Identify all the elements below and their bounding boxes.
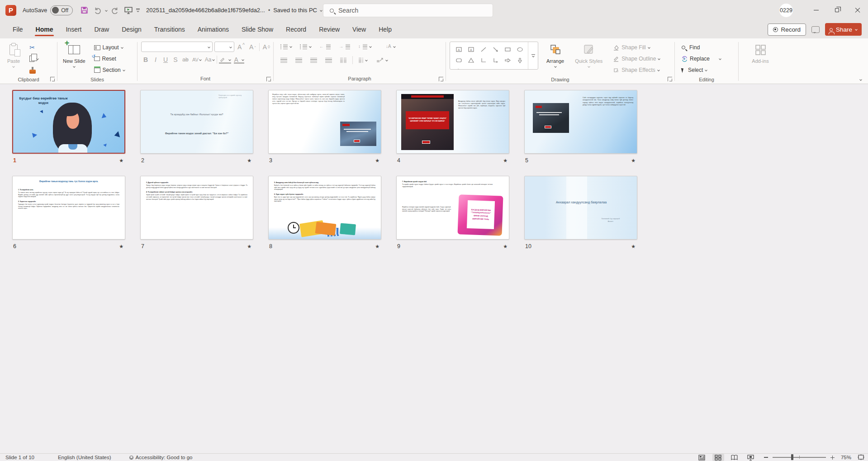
zoom-in-button[interactable]	[830, 456, 835, 460]
shapes-gallery[interactable]: A A	[450, 42, 538, 70]
character-spacing-button[interactable]: AV	[191, 55, 203, 65]
slide-thumbnail-10[interactable]: Анхаарал хандуулсанд баярлалааБоломжийг …	[524, 176, 637, 240]
justify-button[interactable]	[323, 55, 334, 65]
addins-button[interactable]: Add-ins	[749, 42, 771, 65]
slide-sorter-view-button[interactable]	[712, 454, 724, 461]
font-name-combo[interactable]	[141, 42, 213, 52]
highlight-color-button[interactable]	[218, 55, 232, 65]
tab-insert[interactable]: Insert	[59, 20, 88, 38]
new-slide-button[interactable]: New Slide	[60, 42, 88, 68]
text-direction-button[interactable]: ↓A	[384, 42, 398, 52]
share-button[interactable]: Share	[825, 23, 862, 36]
shape-fill-button[interactable]: Shape Fill	[611, 42, 662, 52]
slide-thumbnail-7[interactable]: 3. Дуртай зүйлсээ тодорхойл.Хүмүүс бид б…	[140, 176, 253, 240]
tab-draw[interactable]: Draw	[88, 20, 115, 38]
tab-help[interactable]: Help	[372, 20, 398, 38]
powerpoint-logo-icon[interactable]: P	[5, 5, 16, 16]
slide-sorter-canvas[interactable]: Бусдыг биш өөрийгөө таньж мэдэх1★Хооронд…	[0, 84, 868, 453]
italic-button[interactable]: I	[151, 55, 160, 65]
underline-button[interactable]: U	[161, 55, 170, 65]
comments-icon[interactable]	[811, 26, 820, 33]
start-slideshow-button[interactable]	[123, 5, 134, 16]
bullets-button[interactable]	[278, 42, 294, 52]
search-input[interactable]: Search	[323, 4, 493, 17]
font-color-button[interactable]: A	[233, 55, 245, 65]
numbering-button[interactable]	[298, 42, 313, 52]
select-button[interactable]: Select	[679, 65, 723, 75]
tab-transitions[interactable]: Transitions	[148, 20, 191, 38]
increase-indent-button[interactable]: →	[337, 42, 352, 52]
undo-dropdown-icon[interactable]	[105, 9, 108, 12]
zoom-out-button[interactable]	[764, 457, 768, 457]
slide-thumbnail-4[interactable]: ЧИ ӨӨРӨӨСӨӨ ЯМАР ТӨЛӨВ ЧАНАР, ОНЦЛОГ ШИН…	[396, 90, 509, 154]
undo-button[interactable]	[92, 5, 104, 16]
close-button[interactable]	[847, 0, 868, 20]
slide-thumbnail-3[interactable]: Өөрийгөө илүү сайн таньж мэдэх, ойлгосно…	[268, 90, 381, 154]
shapes-gallery-scroll[interactable]	[528, 42, 538, 69]
clipboard-dialog-launcher[interactable]	[50, 77, 55, 81]
restore-button[interactable]	[826, 0, 847, 20]
autosave-control[interactable]: AutoSave Off	[23, 5, 73, 15]
font-size-combo[interactable]	[214, 42, 234, 52]
save-button[interactable]	[78, 5, 90, 16]
slideshow-view-button[interactable]	[745, 454, 757, 461]
language-indicator[interactable]: English (United States)	[52, 455, 117, 460]
shape-outline-button[interactable]: Shape Outline	[611, 54, 662, 64]
change-case-button[interactable]: Aa	[204, 55, 216, 65]
shape-effects-button[interactable]: Shape Effects	[611, 65, 662, 75]
tab-file[interactable]: File	[6, 20, 29, 38]
tab-home[interactable]: Home	[29, 20, 60, 38]
line-spacing-button[interactable]: ↕	[356, 42, 374, 52]
quick-styles-button[interactable]: Quick Styles	[572, 42, 605, 68]
document-title[interactable]: 202511_da2059de4662b6a8de1f6759efda2... …	[146, 7, 322, 14]
minimize-button[interactable]	[806, 0, 826, 20]
align-text-button[interactable]	[356, 55, 370, 65]
collapse-ribbon-button[interactable]	[860, 79, 862, 80]
layout-button[interactable]: Layout	[92, 42, 127, 52]
bold-button[interactable]: B	[141, 55, 150, 65]
slide-thumbnail-8[interactable]: 5. Амьдралд чинь байгүй бол болохгүй гэс…	[268, 176, 381, 240]
replace-button[interactable]: bReplace	[679, 54, 723, 64]
columns-button[interactable]	[338, 55, 349, 65]
strikethrough-button[interactable]: ab	[181, 55, 190, 65]
reset-button[interactable]: Reset	[92, 54, 127, 64]
slide-thumbnail-9[interactable]: 7. Өөрийнхөө эрхийг мэдэж бай.Та өөрийн …	[396, 176, 509, 240]
tab-view[interactable]: View	[346, 20, 372, 38]
account-avatar[interactable]: 0229	[779, 4, 793, 17]
saved-status-chevron-icon[interactable]	[320, 9, 323, 12]
align-right-button[interactable]	[308, 55, 319, 65]
redo-button[interactable]	[109, 5, 121, 16]
smartart-button[interactable]	[374, 55, 390, 65]
slide-thumbnail-2[interactable]: Хоорондоо энэ сэдвийн хүрээнд ярилцаарай…	[140, 90, 253, 154]
shrink-font-button[interactable]: Aˇ	[248, 42, 257, 52]
align-left-button[interactable]	[278, 55, 289, 65]
cut-button[interactable]: ✂	[27, 42, 41, 52]
tab-slide-show[interactable]: Slide Show	[235, 20, 280, 38]
arrange-button[interactable]: Arrange	[544, 42, 567, 68]
zoom-slider-thumb[interactable]	[791, 454, 793, 460]
slide-thumbnail-5[interactable]: Сайн чанаруудаа хадгалж, сөрөг муу зүйли…	[524, 90, 637, 154]
section-button[interactable]: Section	[92, 65, 127, 75]
clear-formatting-button[interactable]: A◊	[261, 42, 271, 52]
reading-view-button[interactable]	[729, 454, 740, 461]
normal-view-button[interactable]	[696, 454, 708, 461]
zoom-level[interactable]: 75%	[841, 455, 851, 460]
font-dialog-launcher[interactable]	[266, 77, 271, 81]
slide-thumbnail-6[interactable]: Өөрийгөө таньж мэдэхэд тань тус болох хэ…	[12, 176, 125, 240]
zoom-slider[interactable]	[773, 457, 826, 457]
copy-button[interactable]	[27, 54, 41, 64]
tab-record[interactable]: Record	[280, 20, 313, 38]
paste-button[interactable]: Paste	[5, 42, 23, 68]
autosave-toggle[interactable]: Off	[50, 5, 73, 15]
slide-thumbnail-1[interactable]: Бусдыг биш өөрийгөө таньж мэдэх	[12, 90, 125, 154]
tab-design[interactable]: Design	[115, 20, 148, 38]
tab-animations[interactable]: Animations	[191, 20, 235, 38]
accessibility-checker[interactable]: Accessibility: Good to go	[124, 455, 198, 460]
format-painter-button[interactable]	[27, 65, 41, 75]
decrease-indent-button[interactable]: ←	[317, 42, 333, 52]
record-button[interactable]: Record	[768, 24, 806, 36]
fit-slide-to-window-button[interactable]	[858, 454, 864, 461]
customize-qat-icon[interactable]	[136, 9, 140, 11]
align-center-button[interactable]	[293, 55, 304, 65]
find-button[interactable]: Find	[679, 42, 723, 52]
